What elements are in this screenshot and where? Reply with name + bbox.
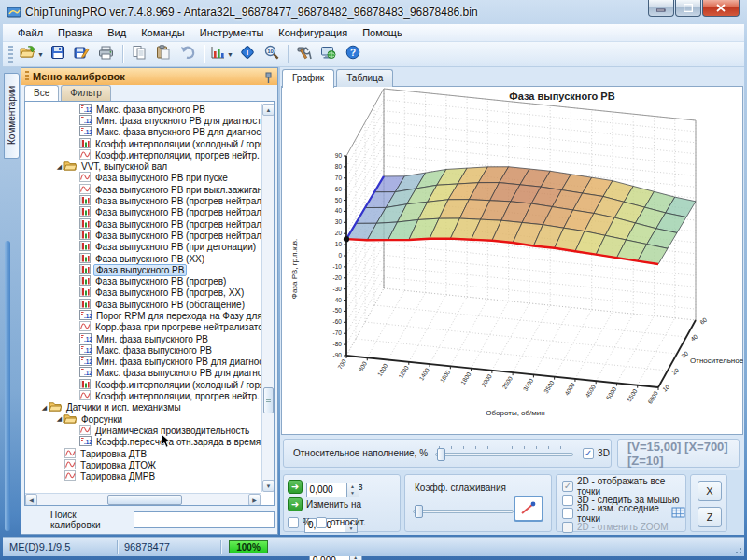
checkbox-relative[interactable] bbox=[316, 517, 327, 528]
scroll-down-icon[interactable]: ▼ bbox=[262, 480, 275, 492]
tree-item[interactable]: Коэфф.интерполяции, прогрев нейтр. (холо… bbox=[25, 390, 261, 401]
tree-item-label[interactable]: Динамическая производительность bbox=[93, 426, 251, 436]
tree-item-label[interactable]: Форсунки bbox=[79, 414, 124, 425]
checkbox-option-1[interactable] bbox=[562, 495, 573, 506]
tree-horizontal-scrollbar[interactable]: ◀ ▶ bbox=[25, 493, 261, 505]
menu-файл[interactable]: Файл bbox=[10, 25, 50, 40]
tree-item[interactable]: Тарировка ДТОЖ bbox=[25, 459, 261, 470]
tree-item-label[interactable]: Фаза выпускного РВ при выкл.зажигания bbox=[93, 185, 261, 195]
save-as-button[interactable] bbox=[70, 43, 94, 65]
search-input[interactable] bbox=[134, 511, 275, 528]
tree-item-label[interactable]: Корр.фаза при прогреве нейтрализатора bbox=[93, 322, 261, 332]
tree-item[interactable]: Фаза выпускного РВ (при детонации) bbox=[25, 242, 261, 253]
z-axis-button[interactable]: Z bbox=[698, 507, 722, 527]
tools-button[interactable] bbox=[292, 43, 317, 65]
surface-chart[interactable]: -90-80-70-60-50-40-30-20-100102030405060… bbox=[282, 87, 743, 432]
tree-item-label[interactable]: Фаза выпускного РВ (ХХ) bbox=[93, 254, 206, 264]
maximize-button[interactable] bbox=[675, 0, 701, 17]
tree-item-label[interactable]: Коэфф.интерполяции (холодный / горячий ) bbox=[93, 380, 261, 390]
comments-tab[interactable]: Комментарии bbox=[4, 73, 20, 159]
x-axis-button[interactable]: X bbox=[698, 481, 722, 501]
tree-item-label[interactable]: Макс. фаза впускного РВ bbox=[94, 105, 207, 115]
network-button[interactable] bbox=[317, 43, 341, 65]
tree-item[interactable]: Корр.фаза при прогреве нейтрализатора bbox=[25, 322, 261, 333]
tab-table[interactable]: Таблица bbox=[336, 69, 393, 87]
tree-item-label[interactable]: Макс. фаза впускного РВ для диагностики bbox=[94, 127, 261, 137]
tree-item[interactable]: Коэфф.интерполяции (холодный / горячий ) bbox=[25, 379, 261, 390]
expander-icon[interactable]: ◢ bbox=[55, 163, 63, 171]
tree-item[interactable]: Фаза выпускного РВ (прогрев) bbox=[25, 275, 261, 287]
resize-grip[interactable] bbox=[731, 543, 742, 554]
smoothing-groove[interactable] bbox=[413, 510, 514, 513]
checkbox-3d[interactable]: ✓ bbox=[583, 448, 594, 459]
checkbox-percent[interactable] bbox=[288, 517, 299, 528]
tree-item[interactable]: Фаза выпускного РВ (прогрев нейтрал., ХХ… bbox=[25, 218, 261, 230]
tree-item[interactable]: Фаза выпускного РВ (прогрев, ХХ) bbox=[25, 287, 261, 299]
tree-folder[interactable]: ◢VVT, выпускной вал bbox=[25, 161, 261, 172]
checkbox-option-0[interactable]: ✓ bbox=[562, 481, 573, 492]
tree-item-label[interactable]: Коэфф.пересчета отн.заряда в время впрыс… bbox=[94, 437, 261, 447]
tree-item-label[interactable]: Макс. фаза выпускного РВ для диагностики bbox=[94, 368, 261, 378]
print-button[interactable] bbox=[94, 43, 119, 65]
set-value-field[interactable]: 0,000 bbox=[306, 483, 347, 497]
tree-item-label[interactable]: Мин. фаза выпускного РВ bbox=[94, 334, 210, 344]
tree-item[interactable]: .12Мин. фаза выпускного РВ для диагности… bbox=[25, 357, 261, 368]
tree-item-label[interactable]: Фаза выпускного РВ (прогрев) bbox=[93, 276, 228, 287]
tree-item[interactable]: .12Макс. фаза впускного РВ bbox=[25, 104, 261, 115]
help-button[interactable]: ? bbox=[341, 43, 365, 65]
tree-folder[interactable]: ◢Датчики и исп. механизмы bbox=[25, 402, 261, 413]
scroll-up-icon[interactable]: ▲ bbox=[262, 104, 275, 116]
tree-item-label[interactable]: Коэфф.интерполяции, прогрев нейтр. (холо… bbox=[93, 391, 261, 401]
tree-item-label[interactable]: Фаза выпускного РВ (прогрев нейтрал., ХХ… bbox=[93, 231, 261, 241]
tree-item-label[interactable]: Коэфф.интерполяции, прогрев нейтр. (холо… bbox=[93, 150, 261, 161]
menu-правка[interactable]: Правка bbox=[50, 25, 100, 40]
apply-smoothing-button[interactable] bbox=[514, 496, 543, 522]
tree-item[interactable]: .12Макс. фаза впускного РВ для диагности… bbox=[25, 127, 261, 138]
smoothing-slider[interactable] bbox=[413, 503, 514, 518]
tree-item[interactable]: .12Мин. фаза выпускного РВ bbox=[25, 333, 261, 344]
calibration-header[interactable]: Меню калибровок bbox=[21, 68, 277, 85]
tree-item-label[interactable]: Мин. фаза впускного РВ для диагностики bbox=[94, 116, 261, 126]
tree-item[interactable]: .12Мин. фаза впускного РВ для диагностик… bbox=[25, 115, 261, 126]
menu-инструменты[interactable]: Инструменты bbox=[192, 25, 272, 40]
tree-vertical-scrollbar[interactable]: ▲ ▼ bbox=[261, 104, 274, 492]
tab-graph[interactable]: График bbox=[282, 69, 334, 88]
tab-filter[interactable]: Фильтр bbox=[61, 85, 111, 101]
set-spinner[interactable]: ▲▼ bbox=[347, 483, 359, 497]
close-button[interactable] bbox=[702, 0, 740, 17]
charts-button[interactable]: ▼ bbox=[208, 43, 235, 65]
tree-item-label[interactable]: Тарировка ДТОЖ bbox=[78, 460, 158, 470]
tree-item[interactable]: .12Порог RPM для перехода на Фазу для ре… bbox=[25, 310, 261, 321]
undo-button[interactable] bbox=[176, 43, 200, 65]
apply-change-button[interactable]: ➜ bbox=[288, 497, 303, 511]
smoothing-thumb[interactable] bbox=[415, 505, 423, 518]
tree-item[interactable]: .12Макс. фаза выпускного РВ bbox=[25, 344, 261, 356]
tree-item[interactable]: .12Макс. фаза выпускного РВ для диагност… bbox=[25, 368, 261, 379]
tab-all[interactable]: Все bbox=[24, 85, 59, 101]
tree-item[interactable]: Фаза выпускного РВ (прогрев нейтрал., хо… bbox=[25, 207, 261, 218]
tree-item[interactable]: Фаза выпускного РВ (ХХ) bbox=[25, 253, 261, 264]
tree-item-label[interactable]: Фаза выпускного РВ bbox=[93, 264, 187, 276]
scroll-right-icon[interactable]: ▶ bbox=[248, 494, 261, 506]
tree-item-label[interactable]: Фаза выпускного РВ (прогрев, ХХ) bbox=[93, 287, 246, 298]
tree-item-label[interactable]: Тарировка ДТВ bbox=[78, 449, 148, 459]
copy-button[interactable] bbox=[127, 43, 151, 65]
minimize-button[interactable] bbox=[648, 0, 674, 17]
fill-slider[interactable] bbox=[435, 446, 573, 461]
tree-item-label[interactable]: Коэфф.интерполяции (холодный / горячий ) bbox=[93, 139, 261, 149]
menu-вид[interactable]: Вид bbox=[100, 25, 134, 40]
open-button[interactable]: ▼ bbox=[17, 43, 46, 65]
open-dropdown-icon[interactable]: ▼ bbox=[37, 51, 44, 58]
tree-item-label[interactable]: Фаза выпускного РВ (прогрев нейтрал., хо… bbox=[93, 207, 261, 217]
slider-thumb[interactable] bbox=[437, 448, 445, 461]
title-bar[interactable]: ChipTuningPRO ver.7.4.8.969 - Antara32L_… bbox=[0, 0, 747, 24]
menu-конфигурация[interactable]: Конфигурация bbox=[271, 25, 355, 40]
tree-item-label[interactable]: Фаза выпускного РВ (обогащение) bbox=[93, 300, 247, 310]
tree-item[interactable]: Фаза выпускного РВ при выкл.зажигания bbox=[25, 184, 261, 195]
scroll-left-icon[interactable]: ◀ bbox=[25, 494, 37, 506]
tree-item-label[interactable]: Макс. фаза выпускного РВ bbox=[94, 345, 214, 356]
menu-помощь[interactable]: Помощь bbox=[355, 25, 410, 40]
apply-set-button[interactable]: ➜ bbox=[288, 480, 303, 494]
tree-item[interactable]: Тарировка ДМРВ bbox=[25, 471, 261, 483]
tree-item[interactable]: Фаза выпускного РВ (обогащение) bbox=[25, 299, 261, 310]
